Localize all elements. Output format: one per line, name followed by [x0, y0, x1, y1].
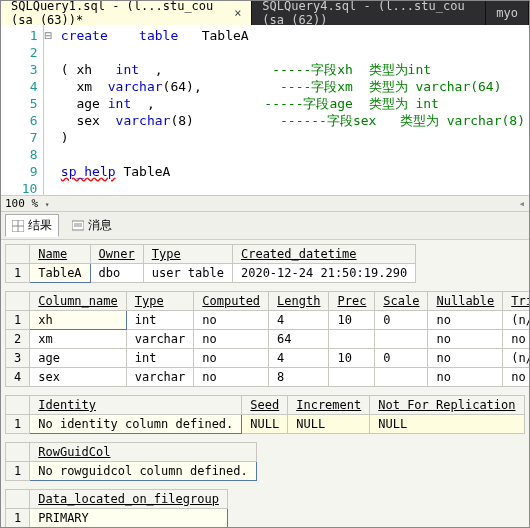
- cell[interactable]: no: [194, 330, 269, 349]
- grid-columns[interactable]: Column_nameTypeComputedLengthPrecScaleNu…: [5, 291, 529, 387]
- row-header[interactable]: 4: [6, 368, 30, 387]
- zoom-level[interactable]: 100 % ▾ ◂: [1, 195, 529, 211]
- cell[interactable]: xm: [30, 330, 126, 349]
- row-header[interactable]: 1: [6, 311, 30, 330]
- grid-icon: [12, 220, 24, 232]
- cell[interactable]: 8: [269, 368, 329, 387]
- cell[interactable]: no: [194, 349, 269, 368]
- col-header[interactable]: TrimTrailingB: [503, 292, 529, 311]
- table-row[interactable]: 1No identity column defined.NULLNULLNULL: [6, 415, 525, 434]
- cell[interactable]: NULL: [370, 415, 524, 434]
- cell[interactable]: [329, 330, 375, 349]
- col-header[interactable]: Name: [30, 245, 90, 264]
- line-gutter: 12345678910: [1, 25, 44, 195]
- table-row[interactable]: 2xmvarcharno64nono: [6, 330, 530, 349]
- col-header[interactable]: Scale: [375, 292, 428, 311]
- cell[interactable]: varchar: [126, 368, 194, 387]
- code-area[interactable]: create table TableA( xh int , -----字段xh …: [57, 25, 529, 195]
- col-header[interactable]: Length: [269, 292, 329, 311]
- grid-tableinfo[interactable]: NameOwnerTypeCreated_datetime1TableAdbou…: [5, 244, 416, 283]
- cell[interactable]: no: [503, 330, 529, 349]
- tab-myo[interactable]: myo: [486, 1, 529, 25]
- cell[interactable]: no: [428, 368, 503, 387]
- cell[interactable]: int: [126, 349, 194, 368]
- col-header[interactable]: Computed: [194, 292, 269, 311]
- col-header[interactable]: Prec: [329, 292, 375, 311]
- table-row[interactable]: 1No rowguidcol column defined.: [6, 462, 257, 481]
- row-header[interactable]: 1: [6, 509, 30, 528]
- tab-query1[interactable]: SQLQuery1.sql - (l...stu_cou (sa (63))* …: [1, 1, 252, 25]
- tab-query4[interactable]: SQLQuery4.sql - (l...stu_cou (sa (62)): [252, 1, 486, 25]
- tab-label: myo: [496, 6, 518, 20]
- grid-identity[interactable]: IdentitySeedIncrementNot For Replication…: [5, 395, 525, 434]
- cell[interactable]: (n/a): [503, 311, 529, 330]
- col-header[interactable]: Nullable: [428, 292, 503, 311]
- cell[interactable]: no: [503, 368, 529, 387]
- row-header[interactable]: 1: [6, 462, 30, 481]
- cell[interactable]: no: [194, 368, 269, 387]
- cell[interactable]: [329, 368, 375, 387]
- cell[interactable]: no: [194, 311, 269, 330]
- tab-label: SQLQuery1.sql - (l...stu_cou (sa (63))*: [11, 0, 226, 27]
- cell[interactable]: dbo: [90, 264, 143, 283]
- cell[interactable]: TableA: [30, 264, 90, 283]
- table-row[interactable]: 3ageintno4100no(n/a): [6, 349, 530, 368]
- chevron-left-icon[interactable]: ◂: [518, 197, 525, 210]
- col-header[interactable]: Type: [143, 245, 232, 264]
- cell[interactable]: age: [30, 349, 126, 368]
- cell[interactable]: int: [126, 311, 194, 330]
- col-header[interactable]: Increment: [288, 396, 370, 415]
- row-header[interactable]: 3: [6, 349, 30, 368]
- table-row[interactable]: 1PRIMARY: [6, 509, 228, 528]
- cell[interactable]: sex: [30, 368, 126, 387]
- grid-filegroup[interactable]: Data_located_on_filegroup1PRIMARY: [5, 489, 228, 528]
- cell[interactable]: no: [428, 349, 503, 368]
- col-header[interactable]: Seed: [242, 396, 288, 415]
- cell[interactable]: [375, 330, 428, 349]
- row-header[interactable]: 1: [6, 415, 30, 434]
- cell[interactable]: No identity column defined.: [30, 415, 242, 434]
- cell[interactable]: PRIMARY: [30, 509, 228, 528]
- result-tab-bar: 结果 消息: [1, 211, 529, 240]
- col-header[interactable]: Identity: [30, 396, 242, 415]
- row-header[interactable]: 1: [6, 264, 30, 283]
- cell[interactable]: 4: [269, 349, 329, 368]
- col-header[interactable]: Created_datetime: [232, 245, 415, 264]
- grid-rowguid[interactable]: RowGuidCol1No rowguidcol column defined.: [5, 442, 257, 481]
- cell[interactable]: 4: [269, 311, 329, 330]
- cell[interactable]: xh: [30, 311, 126, 330]
- chevron-down-icon[interactable]: ▾: [45, 200, 50, 209]
- table-row[interactable]: 1xhintno4100no(n/a): [6, 311, 530, 330]
- cell[interactable]: varchar: [126, 330, 194, 349]
- table-row[interactable]: 4sexvarcharno8nono: [6, 368, 530, 387]
- results-pane[interactable]: NameOwnerTypeCreated_datetime1TableAdbou…: [1, 240, 529, 528]
- cell[interactable]: 10: [329, 311, 375, 330]
- cell[interactable]: no: [428, 330, 503, 349]
- col-header[interactable]: Type: [126, 292, 194, 311]
- tab-messages[interactable]: 消息: [65, 214, 119, 237]
- cell[interactable]: (n/a): [503, 349, 529, 368]
- tab-results[interactable]: 结果: [5, 214, 59, 237]
- sql-editor[interactable]: 12345678910 ⊟ create table TableA( xh in…: [1, 25, 529, 195]
- cell[interactable]: NULL: [242, 415, 288, 434]
- col-header[interactable]: Not For Replication: [370, 396, 524, 415]
- cell[interactable]: No rowguidcol column defined.: [30, 462, 257, 481]
- close-icon[interactable]: ×: [234, 6, 241, 20]
- col-header[interactable]: Column_name: [30, 292, 126, 311]
- cell[interactable]: 64: [269, 330, 329, 349]
- cell[interactable]: NULL: [288, 415, 370, 434]
- col-header[interactable]: Data_located_on_filegroup: [30, 490, 228, 509]
- cell[interactable]: 0: [375, 349, 428, 368]
- col-header[interactable]: Owner: [90, 245, 143, 264]
- tab-label: SQLQuery4.sql - (l...stu_cou (sa (62)): [262, 0, 475, 27]
- fold-gutter: ⊟: [44, 25, 56, 195]
- table-row[interactable]: 1TableAdbouser table2020-12-24 21:50:19.…: [6, 264, 416, 283]
- col-header[interactable]: RowGuidCol: [30, 443, 257, 462]
- row-header[interactable]: 2: [6, 330, 30, 349]
- cell[interactable]: 2020-12-24 21:50:19.290: [232, 264, 415, 283]
- cell[interactable]: 0: [375, 311, 428, 330]
- cell[interactable]: [375, 368, 428, 387]
- cell[interactable]: 10: [329, 349, 375, 368]
- cell[interactable]: no: [428, 311, 503, 330]
- cell[interactable]: user table: [143, 264, 232, 283]
